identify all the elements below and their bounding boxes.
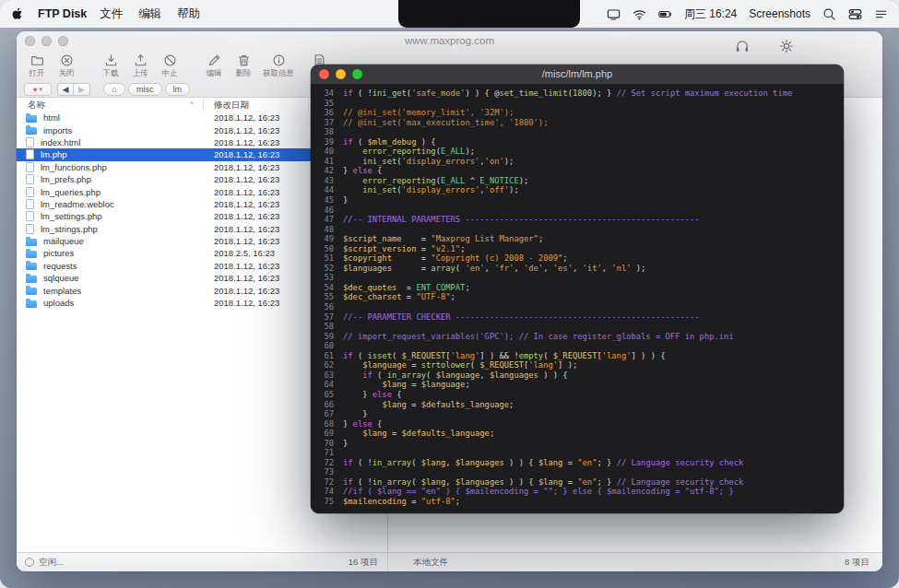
column-divider[interactable]: [203, 98, 204, 112]
toolbar-button-0[interactable]: 打开: [22, 51, 52, 79]
code-text: if ( in_array( $language, $languages ) )…: [343, 370, 844, 381]
breadcrumb-item-misc[interactable]: misc: [128, 83, 162, 96]
column-header-name[interactable]: 名称: [28, 100, 45, 112]
code-text: [343, 127, 844, 137]
code-text: //-- PARAMETER CHECKER -----------------…: [343, 312, 844, 323]
code-line: 75$mailencoding = "utf-8";: [311, 497, 844, 507]
code-line: 36// @ini_set('memory_limit', '32M');: [311, 108, 844, 118]
line-number: 64: [311, 380, 343, 390]
code-line: 34if ( !ini_get('safe_mode') ) { @set_ti…: [311, 88, 844, 99]
file-icon: [26, 174, 34, 184]
menu-item-1[interactable]: 编辑: [138, 6, 161, 22]
code-text: [343, 448, 844, 458]
close-icon: [60, 53, 74, 67]
display-icon[interactable]: [607, 7, 621, 21]
line-number: 34: [311, 88, 343, 99]
file-modified-date: 2018.1.12, 16:23: [214, 162, 279, 172]
file-icon: [26, 162, 34, 172]
breadcrumb-home[interactable]: ⌂: [103, 83, 125, 96]
code-text: $script_name = "Maxprog List Manager";: [343, 234, 844, 244]
code-line: 40 error_reporting(E_ALL);: [311, 147, 844, 157]
code-line: 46: [311, 206, 844, 216]
local-files-label: 本地文件: [413, 557, 448, 569]
line-number: 63: [311, 370, 343, 381]
toolbar-button-5[interactable]: 编辑: [199, 51, 229, 79]
code-text: } else {: [343, 419, 844, 429]
folder-icon: [26, 115, 37, 123]
file-icon: [26, 137, 34, 147]
app-menu-name[interactable]: FTP Disk: [38, 7, 87, 20]
code-line: 60: [311, 341, 844, 351]
menu-bar-clock[interactable]: 周三 16:24: [684, 6, 737, 22]
folder-icon: [26, 263, 37, 270]
code-line: 72if ( !in_array( $lang, $languages ) ) …: [311, 458, 844, 468]
code-text: $languages = array( 'en', 'fr', 'de', 'e…: [343, 264, 844, 274]
code-line: 48: [311, 225, 844, 235]
code-line: 65 } else {: [311, 390, 844, 400]
column-header-date[interactable]: 修改日期: [214, 100, 249, 112]
code-text: if ( !in_array( $lang, $languages ) ) { …: [343, 458, 844, 468]
menu-item-2[interactable]: 帮助: [177, 6, 200, 22]
code-text: [343, 225, 844, 235]
forward-button[interactable]: ▶: [74, 83, 90, 96]
code-text: ini_set('display_errors','off');: [343, 185, 844, 195]
editor-titlebar[interactable]: /misc/lm/lm.php: [311, 65, 844, 84]
file-name: lm_prefs.php: [41, 174, 91, 184]
toolbar-button-4[interactable]: 中止: [155, 51, 184, 79]
delete-icon: [237, 53, 251, 67]
file-name: pictures: [43, 248, 74, 258]
stop-icon: [163, 53, 177, 67]
menu-item-0[interactable]: 文件: [100, 6, 123, 22]
code-text: if ( isset( $_REQUEST['lang'] ) && !empt…: [343, 351, 844, 361]
line-number: 66: [311, 400, 343, 410]
breadcrumb-item-lm[interactable]: lm: [165, 83, 191, 96]
line-number: 56: [311, 302, 343, 312]
code-text: [343, 322, 844, 332]
code-line: 71: [311, 448, 844, 458]
toolbar-button-6[interactable]: 删除: [229, 51, 258, 79]
code-line: 38: [311, 127, 844, 137]
code-line: 69 $lang = $defaults_language;: [311, 429, 844, 439]
menu-bar-menus: 文件编辑帮助: [100, 6, 200, 22]
code-line: 35: [311, 99, 844, 109]
code-text: }: [343, 439, 844, 449]
chevron-down-icon: ▾: [40, 86, 43, 93]
menu-bar-screenshots-item[interactable]: Screenshots: [749, 7, 810, 20]
ftp-titlebar[interactable]: www.maxprog.com: [17, 31, 882, 51]
line-number: 72: [311, 477, 343, 488]
desktop-wallpaper: FTP Disk 文件编辑帮助 周三 16:24 Screenshots www…: [0, 0, 899, 588]
code-text: $mailencoding = "utf-8";: [343, 497, 844, 507]
code-text: [343, 99, 844, 109]
line-number: 46: [311, 206, 343, 216]
folder-icon: [26, 127, 37, 135]
line-number: 69: [311, 429, 343, 439]
toolbar-button-label: 编辑: [207, 68, 222, 79]
wifi-icon[interactable]: [633, 7, 646, 21]
search-icon[interactable]: [822, 7, 836, 21]
control-center-icon[interactable]: [848, 7, 862, 21]
line-number: 72: [311, 458, 343, 468]
toolbar-button-2[interactable]: 下载: [96, 51, 125, 79]
ftp-status-bar: 空闲... 16 项目 本地文件 8 项目: [17, 552, 882, 571]
code-text: error_reporting(E_ALL);: [343, 147, 844, 157]
line-number: 41: [311, 157, 343, 167]
column-divider[interactable]: [308, 98, 309, 112]
code-text: // @ini_set('max_execution_time', '1800'…: [343, 118, 844, 128]
code-editor-area[interactable]: 34if ( !ini_get('safe_mode') ) { @set_ti…: [311, 84, 844, 513]
toolbar-button-label: 中止: [162, 68, 178, 79]
code-line: 70}: [311, 439, 844, 449]
favorites-button[interactable]: ♥ ▾: [24, 83, 52, 96]
toolbar-button-label: 删除: [236, 68, 252, 79]
line-number: 71: [311, 448, 343, 458]
toolbar-button-1[interactable]: 关闭: [52, 51, 81, 79]
gear-icon[interactable]: [779, 39, 794, 53]
menu-list-icon[interactable]: [874, 7, 888, 21]
apple-menu-icon[interactable]: [11, 6, 25, 21]
line-number: 58: [311, 322, 343, 332]
battery-icon[interactable]: [658, 7, 672, 21]
toolbar-button-7[interactable]: 获取信息: [258, 51, 299, 79]
headphones-icon[interactable]: [735, 39, 750, 53]
code-text: $lang = $language;: [343, 380, 844, 390]
toolbar-button-3[interactable]: 上传: [125, 51, 155, 79]
back-button[interactable]: ◀: [57, 83, 74, 96]
